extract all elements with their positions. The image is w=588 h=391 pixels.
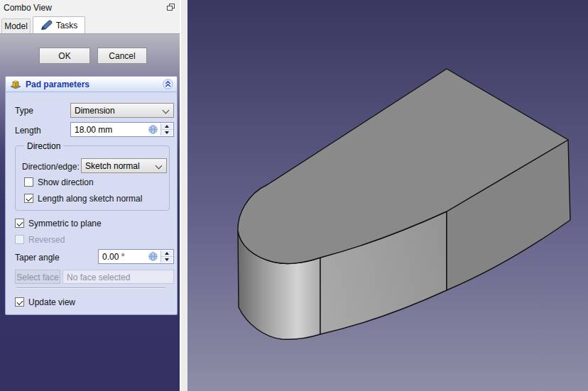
- reversed-label: Reversed: [28, 235, 65, 245]
- direction-group-title: Direction: [24, 141, 63, 151]
- select-face-button: Select face: [15, 270, 60, 284]
- freecad-window: Combo View Model Tasks OK Cancel: [0, 0, 588, 391]
- update-view-label[interactable]: Update view: [28, 297, 75, 307]
- tab-tasks[interactable]: Tasks: [33, 16, 85, 33]
- dock-title: Combo View: [4, 3, 52, 13]
- tab-model-label: Model: [4, 21, 28, 31]
- ok-button[interactable]: OK: [39, 48, 90, 64]
- taper-angle-input[interactable]: 0.00 °: [98, 249, 174, 264]
- length-along-normal-label[interactable]: Length along sketch normal: [38, 194, 142, 204]
- combo-view-dock: Combo View Model Tasks OK Cancel: [0, 0, 180, 391]
- pad-parameters-panel: Pad parameters Type Dimension Length 18.…: [5, 76, 178, 315]
- pad-icon: [10, 79, 21, 90]
- dock-tabbar: Model Tasks: [0, 16, 180, 33]
- pencil-icon: [40, 20, 53, 31]
- symmetric-to-plane-label[interactable]: Symmetric to plane: [28, 219, 102, 228]
- taper-angle-spinner[interactable]: [160, 250, 173, 263]
- tasks-panel-area: OK Cancel Pad parameters: [0, 33, 180, 391]
- expression-globe-icon[interactable]: [148, 125, 158, 134]
- pad-parameters-header[interactable]: Pad parameters: [6, 77, 177, 92]
- separator: [16, 287, 165, 289]
- direction-edge-value: Sketch normal: [85, 161, 140, 171]
- length-value: 18.00 mm: [75, 125, 112, 135]
- selected-face-value: No face selected: [67, 272, 130, 282]
- panel-title: Pad parameters: [26, 79, 89, 89]
- length-along-normal-checkbox[interactable]: [24, 194, 33, 203]
- show-direction-checkbox[interactable]: [24, 177, 33, 187]
- type-combobox[interactable]: Dimension: [70, 103, 174, 118]
- direction-group: Direction Direction/edge: Sketch normal …: [15, 145, 170, 211]
- tab-tasks-label: Tasks: [56, 21, 78, 31]
- selected-face-field: No face selected: [62, 270, 174, 284]
- tab-model[interactable]: Model: [1, 18, 31, 33]
- update-view-checkbox[interactable]: [15, 297, 24, 307]
- taper-angle-value: 0.00 °: [102, 252, 125, 262]
- reversed-checkbox: [15, 235, 24, 244]
- float-window-icon[interactable]: [167, 4, 175, 11]
- show-direction-label[interactable]: Show direction: [38, 177, 94, 187]
- symmetric-to-plane-checkbox[interactable]: [15, 219, 24, 228]
- length-input[interactable]: 18.00 mm: [70, 122, 174, 137]
- length-spinner[interactable]: [160, 123, 173, 136]
- type-label: Type: [15, 106, 33, 116]
- cancel-button[interactable]: Cancel: [97, 48, 147, 64]
- length-label: Length: [15, 126, 41, 136]
- collapse-chevrons-up-icon[interactable]: [163, 79, 173, 89]
- viewport-3d[interactable]: [187, 0, 588, 391]
- dock-splitter[interactable]: [180, 0, 187, 391]
- dock-titlebar: Combo View: [0, 0, 180, 16]
- direction-edge-label: Direction/edge:: [22, 162, 80, 172]
- direction-edge-combobox[interactable]: Sketch normal: [81, 158, 167, 173]
- expression-globe-icon[interactable]: [148, 252, 158, 261]
- pad-solid: [187, 0, 588, 391]
- taper-angle-label: Taper angle: [15, 253, 60, 263]
- type-value: Dimension: [75, 106, 115, 116]
